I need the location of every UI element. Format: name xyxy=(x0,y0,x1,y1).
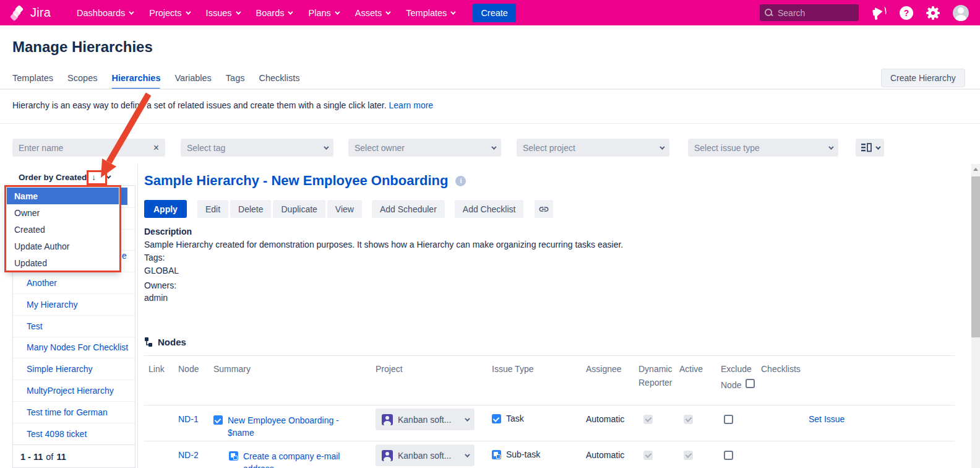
description-label: Description xyxy=(144,227,192,236)
list-item[interactable]: Many Nodes For Checklist xyxy=(13,337,135,358)
pagination-range: 1 - 11 xyxy=(20,452,43,462)
hierarchy-title: Sample Hierarchy - New Employee Onboardi… xyxy=(144,173,466,189)
summary-link[interactable]: New Employee Onboarding - $name xyxy=(228,414,351,439)
tags-value: GLOBAL xyxy=(144,266,179,275)
active-cell xyxy=(679,444,721,462)
project-select[interactable]: Kanban soft... xyxy=(376,444,475,466)
dynamic-reporter-checkbox xyxy=(643,415,653,424)
chevron-down-icon xyxy=(129,9,134,14)
chevron-down-icon xyxy=(465,416,470,421)
col-summary: Summary xyxy=(213,362,376,392)
list-item[interactable]: Simple Hierarchy xyxy=(13,358,135,379)
add-scheduler-button[interactable]: Add Scheduler xyxy=(372,200,445,218)
description-text: Sample Hierarchy created for demonstrati… xyxy=(144,240,623,249)
col-dynamic-reporter: Dynamic Reporter xyxy=(638,362,679,392)
col-node: Node xyxy=(178,362,213,392)
active-cell xyxy=(679,409,721,426)
checklists-cell: Set Issue xyxy=(761,409,955,424)
dynamic-reporter-cell xyxy=(638,409,679,426)
action-button-group: Edit Delete Duplicate View xyxy=(197,200,362,218)
node-key-link[interactable]: ND-2 xyxy=(178,444,213,460)
copy-link-button[interactable] xyxy=(535,200,553,218)
tab-templates[interactable]: Templates xyxy=(12,73,53,89)
info-icon[interactable]: i xyxy=(455,176,466,186)
vertical-scrollbar[interactable] xyxy=(971,164,980,468)
chevron-down-icon xyxy=(465,452,470,457)
exclude-node-checkbox[interactable] xyxy=(724,451,733,460)
jira-logo[interactable]: Jira xyxy=(11,6,51,20)
assignee-cell: Automatic xyxy=(586,444,638,460)
table-row: ND-1 New Employee Onboarding - $name Kan… xyxy=(144,409,955,439)
scroll-up-arrow-icon[interactable] xyxy=(973,168,978,171)
list-item[interactable]: MultyProject Hierarchy xyxy=(13,379,135,401)
annotation-box-menu xyxy=(4,185,121,272)
project-select[interactable]: Kanban soft... xyxy=(376,409,475,430)
node-key-link[interactable]: ND-1 xyxy=(178,409,213,424)
nodes-section-header: Nodes xyxy=(144,337,186,347)
col-link: Link xyxy=(144,362,178,392)
view-button[interactable]: View xyxy=(327,200,362,218)
col-assignee: Assignee xyxy=(586,362,638,392)
apply-button[interactable]: Apply xyxy=(144,200,187,218)
summary-cell: New Employee Onboarding - $name xyxy=(213,409,376,439)
issue-type-cell: Sub-task xyxy=(492,444,586,459)
tab-scopes[interactable]: Scopes xyxy=(67,73,97,89)
project-cell: Kanban soft... xyxy=(376,409,492,430)
sidebar-divider xyxy=(137,164,138,468)
project-cell: Kanban soft... xyxy=(376,444,492,466)
exclude-node-cell xyxy=(721,409,761,426)
active-checkbox xyxy=(684,415,693,424)
task-icon xyxy=(492,414,501,423)
table-divider xyxy=(144,405,955,405)
project-avatar xyxy=(382,414,393,425)
edit-button[interactable]: Edit xyxy=(197,200,228,218)
col-checklists: Checklists xyxy=(761,362,955,392)
duplicate-button[interactable]: Duplicate xyxy=(273,200,325,218)
col-exclude-node: Exclude Node xyxy=(721,362,761,392)
table-divider xyxy=(144,441,955,441)
order-by-label[interactable]: Order by Created xyxy=(19,173,87,182)
exclude-node-cell xyxy=(721,444,761,462)
list-item[interactable]: Test xyxy=(13,315,135,337)
dynamic-reporter-checkbox xyxy=(643,451,653,460)
set-issue-link[interactable]: Set Issue xyxy=(761,409,845,424)
subtask-icon xyxy=(229,451,238,461)
list-item[interactable]: My Hierarchy xyxy=(13,293,135,315)
page-title: Manage Hierarchies xyxy=(12,38,153,56)
nav-dashboards[interactable]: Dashboards xyxy=(77,8,132,18)
task-icon xyxy=(213,415,223,425)
col-active: Active xyxy=(679,362,721,392)
col-project: Project xyxy=(376,362,492,392)
name-filter-input[interactable]: Enter name × xyxy=(12,139,165,157)
nodes-table-header: Link Node Summary Project Issue Type Ass… xyxy=(144,362,955,392)
active-checkbox xyxy=(684,451,693,460)
exclude-all-checkbox[interactable] xyxy=(746,379,755,388)
delete-button[interactable]: Delete xyxy=(230,200,271,218)
list-item[interactable]: Test time for German xyxy=(13,401,135,423)
list-item[interactable]: Another xyxy=(13,272,135,293)
issue-type-cell: Task xyxy=(492,409,586,423)
summary-cell: Create a company e-mail address xyxy=(213,444,376,468)
table-row: ND-2 Create a company e-mail address Kan… xyxy=(144,444,955,468)
subtask-icon xyxy=(492,450,501,459)
add-checklist-button[interactable]: Add Checklist xyxy=(455,200,524,218)
owners-value: admin xyxy=(144,293,168,303)
table-divider xyxy=(144,355,955,356)
name-filter-placeholder: Enter name xyxy=(19,143,63,153)
scrollbar-thumb[interactable] xyxy=(971,176,980,337)
exclude-node-checkbox[interactable] xyxy=(724,415,733,424)
jira-logo-icon xyxy=(11,6,26,20)
detail-toolbar: Apply Edit Delete Duplicate View Add Sch… xyxy=(144,200,553,218)
covered-list-text-fragment: e xyxy=(122,251,127,261)
tree-icon xyxy=(144,337,153,347)
dynamic-reporter-cell xyxy=(638,444,679,462)
tags-label: Tags: xyxy=(144,253,165,262)
pagination-total: 11 xyxy=(56,452,66,462)
owners-label: Owners: xyxy=(144,280,176,290)
col-issue-type: Issue Type xyxy=(492,362,586,392)
summary-link[interactable]: Create a company e-mail address xyxy=(243,450,367,468)
project-avatar xyxy=(382,450,393,461)
assignee-cell: Automatic xyxy=(586,409,638,424)
brand-name: Jira xyxy=(30,6,51,20)
list-item[interactable]: Test 4098 ticket xyxy=(13,423,135,444)
